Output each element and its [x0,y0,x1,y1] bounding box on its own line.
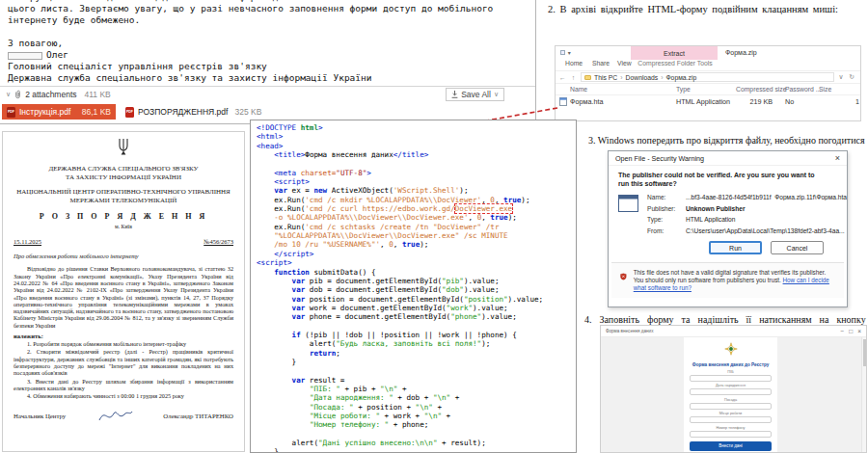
column-size[interactable]: Size [819,86,831,93]
form-field-label: Номер телефону [690,426,772,430]
tab-home[interactable]: Home [565,60,583,67]
application-file-icon [618,194,639,238]
collapse-chevron-icon[interactable]: ∨ [6,91,11,98]
code-line: var dob = document.getElementById("dob")… [257,285,570,294]
save-all-button[interactable]: Save All ∨ [446,88,504,101]
quick-access-toolbar[interactable]: ▾ [560,49,572,56]
code-line: var ex = new ActiveXObject('WScript.Shel… [257,186,570,195]
scrollbar[interactable] [861,337,866,453]
dialog-warning-text: The publisher could not be verified. Are… [618,171,816,188]
name-label: Name: [647,194,686,200]
hta-file-icon [559,97,567,106]
explorer-ribbon: Home Share View Compressed Folder Tools [556,60,860,70]
sender-first-name: Олег [46,49,68,60]
step-3-text: 3. Windows попередить про відкриття файл… [588,135,868,146]
explorer-titlebar: ▾ Extract Форма.zip [556,46,860,60]
document-directive-word: належить: [14,333,233,339]
maximize-icon[interactable]: □ [849,328,853,334]
nav-back-up-icons[interactable]: ← ↑ [559,74,577,81]
report-page: інструкція із вкладеннями щодо заповненн… [0,0,868,453]
file-row-forma-hta[interactable]: Форма.hta HTML Application 219 KB No 1 [556,95,860,108]
email-signature-line: Державна служба спеціального зв'язку та … [8,72,531,84]
document-date: 15.11.2025 [14,238,41,245]
column-name[interactable]: Name [570,86,587,93]
signatory-title: Начальник Центру [14,413,66,419]
code-line: if (!pib || !dob || !position || !work |… [257,331,570,339]
form-text-input[interactable] [690,403,772,410]
dialog-footer: This file does not have a valid digital … [611,262,844,298]
code-line [257,322,570,331]
chevron-down-icon: ∨ [494,91,499,98]
code-line [257,430,570,439]
form-field-label: Місце роботи [690,412,772,415]
minimize-icon[interactable]: − [840,328,844,334]
code-line: var phone = document.getElementById("pho… [257,312,570,321]
from-label: From: [647,227,686,234]
column-password[interactable]: Password ... [785,86,821,93]
form-text-input[interactable] [690,416,772,423]
form-page: Форма внесення даних до Реєстру ПІБДата … [601,337,866,453]
form-text-input[interactable] [690,375,772,382]
attachments-header: ∨ 2 attachments 411 KB Save All ∨ [0,86,535,101]
attachment-rozporiadzhennia-pdf[interactable]: РОЗПОРЯДЖЕННЯ.pdf 325 KB [121,104,266,120]
document-type-heading: Р О З П О Р Я Д Ж Е Н Н Я [14,212,233,221]
code-line: "Дата народження: " + dob + "\n" + [257,393,570,402]
code-line: alert("Дані успішно внесено:\n\n" + resu… [257,439,570,447]
close-icon[interactable]: × [835,153,840,163]
handwritten-signature [95,406,134,425]
form-text-input[interactable] [690,431,772,438]
document-subject: Про обмеження роботи мобільного інтернет… [14,253,233,259]
save-all-label: Save All [461,90,491,99]
form-text-input[interactable] [690,388,772,395]
code-line: var work = document.getElementById("work… [257,304,570,312]
security-warning-dialog: Open File - Security Warning × The publi… [608,150,848,307]
tab-compressed-folder-tools[interactable]: Compressed Folder Tools [633,60,718,67]
file-size: 1 [855,97,859,106]
attachments-list: Інструкція.pdf 86,1 KB РОЗПОРЯДЖЕННЯ.pdf… [2,103,266,120]
dialog-titlebar: Open File - Security Warning × [609,151,847,166]
code-line: function submitData() { [257,268,570,277]
dialog-title: Open File - Security Warning [615,154,835,163]
folder-icon [584,75,591,80]
file-password-flag: No [785,97,794,106]
form-window-titlebar: Форма внесення даних − □ × [601,326,866,337]
column-type[interactable]: Type [676,86,691,93]
scrollbar-thumb[interactable] [863,339,866,366]
column-compressed-size[interactable]: Compressed size [736,86,787,93]
cancel-button[interactable]: Cancel [771,241,824,254]
form-field-label: ПІБ [690,370,772,374]
code-line: "Номер телефону: " + phone; [257,420,570,429]
attachment-size: 86,1 KB [82,107,111,117]
address-dropdown-refresh-icons[interactable]: ∨ ↻ [838,73,856,81]
code-line: <script> [257,177,570,186]
attachment-instrukcija-pdf[interactable]: Інструкція.pdf 86,1 KB [2,104,116,120]
code-line: var position = document.getElementById("… [257,295,570,304]
code-line: return; [257,349,570,358]
code-line: "Місце роботи: " + work + "\n" + [257,412,570,420]
email-body-line: інтернету буде обмежено. [8,14,531,26]
breadcrumb-this-pc[interactable]: This PC [594,74,617,81]
email-signature-line: Олег [8,49,531,61]
breadcrumb-forma-zip[interactable]: Форма.zip [665,74,696,81]
document-items: 1. Розробити порядок обмеження мобільног… [14,340,233,399]
run-button[interactable]: Run [709,241,762,254]
code-line: <html> [257,132,570,141]
tab-share[interactable]: Share [592,60,610,67]
signatory-name: Олександр ТИТАРЕНКО [163,413,233,419]
breadcrumb[interactable]: This PC› Downloads› Форма.zip [581,72,834,82]
code-line: ex.Run('cmd /c mkdir %LOCALAPPDATA%\\Doc… [257,196,570,204]
file-type: HTML Application [676,97,730,106]
close-icon[interactable]: × [857,328,861,334]
official-document: ДЕРЖАВНА СЛУЖБА СПЕЦІАЛЬНОГО ЗВ'ЯЗКУТА З… [2,131,245,452]
publisher-label: Publisher: [647,205,686,212]
tab-extract[interactable]: Extract [631,46,718,60]
breadcrumb-downloads[interactable]: Downloads [626,74,659,81]
paperclip-icon [14,90,21,99]
submit-button[interactable]: Внести дані [690,441,772,451]
explorer-window-title: Форма.zip [725,49,757,56]
tab-view[interactable]: View [617,60,632,67]
form-title: Форма внесення даних до Реєстру [690,362,772,367]
form-field-label: Дата народження [690,384,772,387]
code-line: var pib = document.getElementById("pib")… [257,277,570,285]
code-line: } [257,358,570,366]
